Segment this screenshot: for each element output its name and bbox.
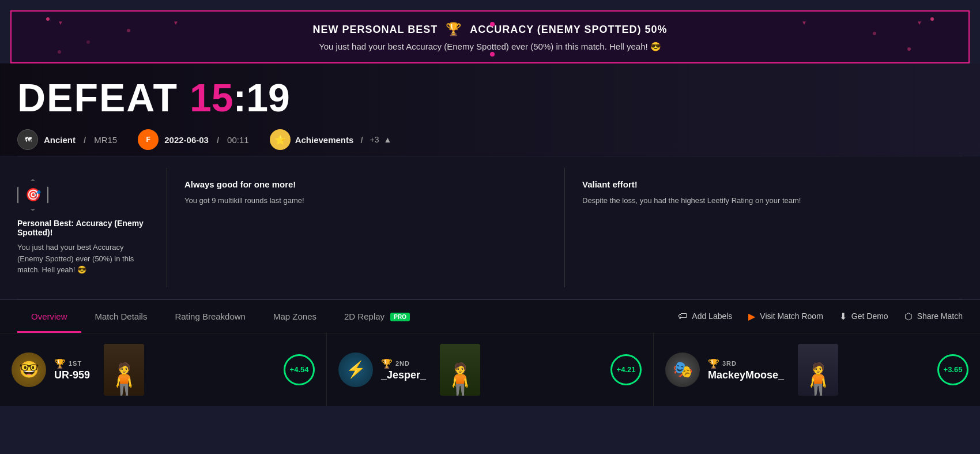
achievements-expand-icon[interactable]: ▲ bbox=[384, 135, 392, 144]
tab-2d-replay[interactable]: 2D Replay PRO bbox=[330, 300, 424, 333]
personal-best-banner: ▼ ▼ ▼ ▼ NEW PERSONAL BEST 🏆 ACCURACY (EN… bbox=[10, 10, 970, 63]
player-card-2[interactable]: 🎭 🏆 3RD MackeyMoose_ 🧍 +3.65 bbox=[654, 333, 980, 406]
result-label: DEFEAT bbox=[17, 75, 178, 120]
trophy-icon: 🏆 bbox=[446, 22, 462, 37]
get-demo-button[interactable]: ⬇ Get Demo bbox=[839, 301, 888, 332]
player-char-img-1: 🧍 bbox=[440, 364, 480, 396]
banner-headline: NEW PERSONAL BEST 🏆 ACCURACY (ENEMY SPOT… bbox=[29, 22, 951, 37]
tab-map-zones[interactable]: Map Zones bbox=[259, 300, 330, 333]
map-icon: 🗺 bbox=[17, 129, 38, 150]
player-rank-0: 🏆 1ST bbox=[54, 358, 90, 369]
player-char-1: 🧍 bbox=[440, 344, 480, 396]
player-avatar-2: 🎭 bbox=[665, 352, 700, 387]
banner-description: You just had your best Accuracy (Enemy S… bbox=[29, 42, 951, 52]
tab-match-details[interactable]: Match Details bbox=[81, 300, 161, 333]
add-labels-label: Add Labels bbox=[692, 312, 732, 321]
star-icon: ⭐ bbox=[270, 129, 291, 150]
player-char-0: 🧍 bbox=[104, 344, 144, 396]
player-rank-2: 🏆 3RD bbox=[708, 358, 784, 369]
player-rating-2: +3.65 bbox=[937, 354, 968, 385]
demo-icon: ⬇ bbox=[839, 311, 847, 322]
achievements-info[interactable]: ⭐ Achievements / +3 ▲ bbox=[270, 129, 392, 150]
player-char-2: 🧍 bbox=[798, 344, 838, 396]
share-match-button[interactable]: ⬡ Share Match bbox=[904, 301, 963, 332]
player-char-img-0: 🧍 bbox=[104, 364, 144, 396]
rank-trophy-icon-0: 🏆 bbox=[54, 358, 66, 369]
player-char-img-2: 🧍 bbox=[798, 364, 838, 396]
achievement-title-2: Valiant effort! bbox=[582, 179, 945, 189]
match-result-area: DEFEAT 15:19 🗺 Ancient / MR15 F 2022-06-… bbox=[0, 63, 980, 156]
player-name-2: MackeyMoose_ bbox=[708, 369, 784, 381]
label-icon: 🏷 bbox=[678, 311, 687, 321]
player-rating-1: +4.21 bbox=[610, 354, 642, 385]
pro-badge: PRO bbox=[390, 313, 410, 321]
match-result-row: DEFEAT 15:19 bbox=[17, 75, 963, 120]
match-date: 2022-06-03 bbox=[164, 135, 209, 145]
achievement-icon-0: 🎯 bbox=[17, 179, 48, 211]
share-icon: ⬡ bbox=[904, 311, 913, 322]
visit-label: Visit Match Room bbox=[760, 312, 823, 321]
match-meta-row: 🗺 Ancient / MR15 F 2022-06-03 / 00:11 ⭐ … bbox=[17, 129, 963, 150]
map-name: Ancient bbox=[44, 135, 76, 145]
player-info-2: 🏆 3RD MackeyMoose_ bbox=[708, 358, 784, 381]
achievement-desc-2: Despite the loss, you had the highest Le… bbox=[582, 195, 945, 207]
player-rank-1: 🏆 2ND bbox=[381, 358, 426, 369]
player-avatar-1: ⚡ bbox=[338, 352, 373, 387]
player-info-0: 🏆 1ST UR-959 bbox=[54, 358, 90, 381]
players-bar: 🤓 🏆 1ST UR-959 🧍 +4.54 ⚡ 🏆 2ND _Jesper_ … bbox=[0, 333, 980, 406]
achievements-label: Achievements bbox=[295, 135, 354, 145]
share-label: Share Match bbox=[917, 312, 963, 321]
nav-actions: 🏷 Add Labels ▶ Visit Match Room ⬇ Get De… bbox=[678, 301, 963, 332]
map-info: 🗺 Ancient / MR15 bbox=[17, 129, 117, 150]
achievement-title-0: Personal Best: Accuracy (Enemy Spotted)! bbox=[17, 219, 149, 237]
map-mode: MR15 bbox=[94, 135, 117, 145]
rank-trophy-icon-2: 🏆 bbox=[708, 358, 719, 369]
rank-trophy-icon-1: 🏆 bbox=[381, 358, 393, 369]
score-separator: : bbox=[233, 76, 247, 119]
achievement-card-0: 🎯 Personal Best: Accuracy (Enemy Spotted… bbox=[17, 168, 167, 287]
faceit-icon: F bbox=[138, 129, 159, 150]
banner-label2: ACCURACY (ENEMY SPOTTED) 50% bbox=[470, 24, 667, 36]
tab-overview[interactable]: Overview bbox=[17, 300, 81, 333]
score-loss: 15 bbox=[190, 76, 233, 119]
banner-label1: NEW PERSONAL BEST bbox=[312, 24, 438, 36]
achievements-section: 🎯 Personal Best: Accuracy (Enemy Spotted… bbox=[0, 156, 980, 299]
player-card-1[interactable]: ⚡ 🏆 2ND _Jesper_ 🧍 +4.21 bbox=[327, 333, 654, 406]
match-time: 00:11 bbox=[227, 135, 249, 145]
nav-tabs-list: Overview Match Details Rating Breakdown … bbox=[17, 300, 678, 333]
visit-match-room-button[interactable]: ▶ Visit Match Room bbox=[748, 301, 823, 332]
date-info: F 2022-06-03 / 00:11 bbox=[138, 129, 248, 150]
achievement-desc-1: You got 9 multikill rounds last game! bbox=[184, 195, 547, 207]
achievement-card-2: Valiant effort! Despite the loss, you ha… bbox=[565, 168, 963, 287]
achievement-desc-0: You just had your best Accuracy (Enemy S… bbox=[17, 242, 149, 276]
player-avatar-0: 🤓 bbox=[12, 352, 46, 387]
player-name-1: _Jesper_ bbox=[381, 369, 426, 381]
player-rating-0: +4.54 bbox=[284, 354, 315, 385]
achievements-count: +3 bbox=[370, 135, 379, 144]
navigation-tabs-bar: Overview Match Details Rating Breakdown … bbox=[0, 299, 980, 333]
add-labels-button[interactable]: 🏷 Add Labels bbox=[678, 301, 732, 332]
tab-rating-breakdown[interactable]: Rating Breakdown bbox=[161, 300, 259, 333]
visit-icon: ▶ bbox=[748, 311, 755, 322]
player-info-1: 🏆 2ND _Jesper_ bbox=[381, 358, 426, 381]
score-win: 19 bbox=[246, 76, 290, 119]
demo-label: Get Demo bbox=[851, 312, 888, 321]
achievement-card-1: Always good for one more! You got 9 mult… bbox=[167, 168, 565, 287]
player-name-0: UR-959 bbox=[54, 369, 90, 381]
achievement-title-1: Always good for one more! bbox=[184, 179, 547, 189]
player-card-0[interactable]: 🤓 🏆 1ST UR-959 🧍 +4.54 bbox=[0, 333, 327, 406]
